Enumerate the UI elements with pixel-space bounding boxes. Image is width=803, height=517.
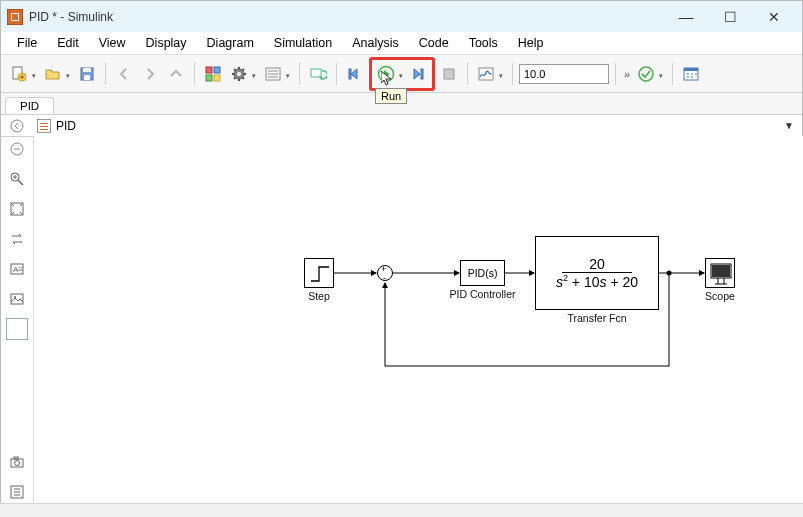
sum-plus-icon: + xyxy=(381,266,386,273)
arrow-left-icon xyxy=(115,65,133,83)
maximize-button[interactable]: ☐ xyxy=(708,3,752,31)
fit-to-view-button[interactable] xyxy=(6,198,28,220)
folder-open-icon xyxy=(44,65,62,83)
menu-simulation[interactable]: Simulation xyxy=(264,33,342,53)
new-file-icon xyxy=(10,65,28,83)
svg-rect-13 xyxy=(349,69,351,79)
close-button[interactable]: ✕ xyxy=(752,3,796,31)
step-forward-button[interactable] xyxy=(406,62,430,86)
new-model-button[interactable] xyxy=(7,62,39,86)
model-doc-icon xyxy=(37,119,51,133)
list-icon xyxy=(264,65,282,83)
camera-icon xyxy=(9,454,25,470)
svg-point-28 xyxy=(14,296,16,298)
back-button[interactable] xyxy=(112,62,136,86)
scope-glyph-icon xyxy=(706,259,736,289)
signal-scope-icon xyxy=(477,65,495,83)
schedule-button[interactable] xyxy=(679,62,703,86)
sum-block[interactable]: + - xyxy=(377,265,393,281)
save-button[interactable] xyxy=(75,62,99,86)
model-tab[interactable]: PID xyxy=(5,97,54,114)
build-button[interactable] xyxy=(634,62,666,86)
stop-button[interactable] xyxy=(437,62,461,86)
record-button[interactable] xyxy=(6,481,28,503)
image-button[interactable] xyxy=(6,288,28,310)
screenshot-button[interactable] xyxy=(6,451,28,473)
transfer-fcn-block[interactable]: 20 s2 + 10s + 20 Transfer Fcn xyxy=(535,236,659,310)
pid-controller-block[interactable]: PID(s) PID Controller xyxy=(460,260,505,286)
library-browser-button[interactable] xyxy=(201,62,225,86)
hide-browser-button[interactable] xyxy=(6,138,28,160)
nav-collapse-button[interactable] xyxy=(9,118,25,134)
run-button[interactable]: Run xyxy=(374,62,406,86)
data-inspector-button[interactable] xyxy=(474,62,506,86)
stop-time-input[interactable] xyxy=(519,64,609,84)
run-highlight-box: Run xyxy=(369,57,435,91)
step-block[interactable]: Step xyxy=(304,258,334,288)
svg-point-21 xyxy=(11,120,23,132)
svg-rect-8 xyxy=(214,75,220,81)
area-button[interactable] xyxy=(6,318,28,340)
scope-block[interactable]: Scope xyxy=(705,258,735,288)
checkmark-circle-icon xyxy=(637,65,655,83)
circle-arrow-icon xyxy=(10,119,24,133)
menu-edit[interactable]: Edit xyxy=(47,33,89,53)
menu-file[interactable]: File xyxy=(7,33,47,53)
pid-block-text: PID(s) xyxy=(468,267,498,279)
main-area: A≡ Step + - xyxy=(0,136,803,503)
annotation-button[interactable]: A≡ xyxy=(6,258,28,280)
titlebar: PID * - Simulink — ☐ ✕ xyxy=(1,1,802,32)
window-title: PID * - Simulink xyxy=(29,10,664,24)
zoom-icon xyxy=(9,171,25,187)
simulink-app-icon xyxy=(7,9,23,25)
tf-numerator: 20 xyxy=(556,256,638,272)
palette: A≡ xyxy=(0,136,34,503)
hide-icon xyxy=(9,141,25,157)
svg-rect-3 xyxy=(83,68,91,72)
forward-button[interactable] xyxy=(138,62,162,86)
step-back-button[interactable] xyxy=(343,62,367,86)
scope-block-label: Scope xyxy=(705,290,735,302)
breadcrumb-expand-button[interactable]: ▼ xyxy=(784,120,794,131)
gauge-icon xyxy=(9,484,25,500)
canvas[interactable]: Step + - PID(s) PID Controller 20 s2 + 1… xyxy=(34,136,803,503)
menu-code[interactable]: Code xyxy=(409,33,459,53)
svg-rect-20 xyxy=(684,68,698,71)
svg-point-18 xyxy=(639,67,653,81)
step-forward-icon xyxy=(409,65,427,83)
log-signals-button[interactable] xyxy=(261,62,293,86)
menu-display[interactable]: Display xyxy=(136,33,197,53)
signal-wires xyxy=(34,136,803,503)
up-button[interactable] xyxy=(164,62,188,86)
toggle-sample-time-button[interactable] xyxy=(6,228,28,250)
annotation-icon: A≡ xyxy=(9,261,25,277)
window-buttons: — ☐ ✕ xyxy=(664,3,796,31)
menu-help[interactable]: Help xyxy=(508,33,554,53)
svg-point-10 xyxy=(237,72,241,76)
svg-point-37 xyxy=(667,271,672,276)
svg-text:A≡: A≡ xyxy=(13,265,23,274)
fast-restart-indicator: » xyxy=(622,68,632,80)
minimize-button[interactable]: — xyxy=(664,3,708,31)
menu-tools[interactable]: Tools xyxy=(459,33,508,53)
svg-rect-5 xyxy=(206,67,212,73)
menu-view[interactable]: View xyxy=(89,33,136,53)
model-config-button[interactable] xyxy=(227,62,259,86)
image-icon xyxy=(9,291,25,307)
menu-diagram[interactable]: Diagram xyxy=(197,33,264,53)
open-button[interactable] xyxy=(41,62,73,86)
transfer-function-expression: 20 s2 + 10s + 20 xyxy=(556,256,638,290)
arrow-right-icon xyxy=(141,65,159,83)
svg-rect-15 xyxy=(421,69,423,79)
update-diagram-button[interactable] xyxy=(306,62,330,86)
zoom-button[interactable] xyxy=(6,168,28,190)
run-tooltip: Run xyxy=(375,88,407,104)
gear-icon xyxy=(230,65,248,83)
sum-minus-icon: - xyxy=(383,275,386,282)
svg-rect-27 xyxy=(11,294,23,304)
arrow-up-icon xyxy=(167,65,185,83)
breadcrumb-model-name[interactable]: PID xyxy=(56,119,76,133)
menu-analysis[interactable]: Analysis xyxy=(342,33,409,53)
svg-rect-16 xyxy=(444,69,454,79)
fit-icon xyxy=(9,201,25,217)
